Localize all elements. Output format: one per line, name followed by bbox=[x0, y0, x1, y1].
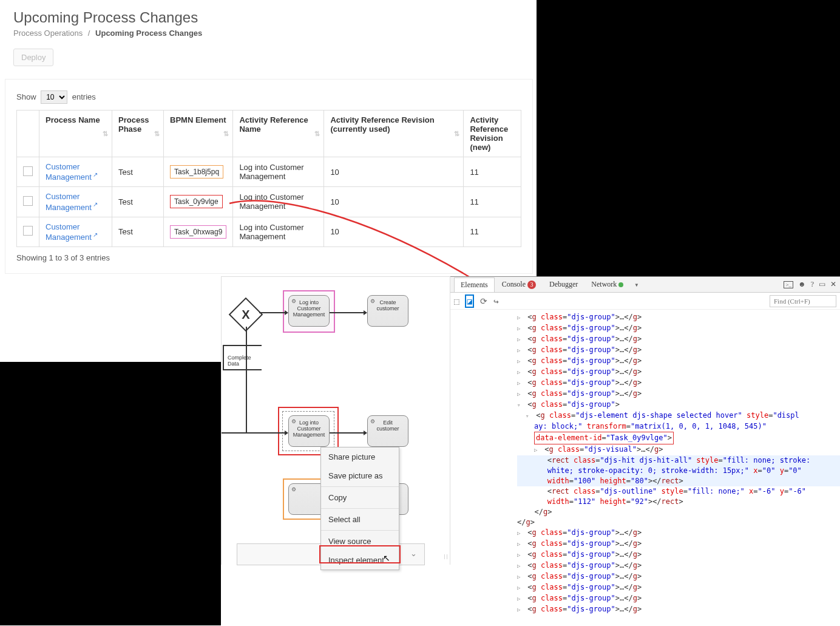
cell-phase: Test bbox=[112, 217, 164, 247]
col-process-name[interactable]: Process Name⇅ bbox=[39, 111, 112, 157]
cell-rev-new: 11 bbox=[464, 157, 521, 187]
table-row: Customer Management↗TestTask_1b8j5pqLog … bbox=[17, 157, 521, 187]
dom-tree[interactable]: ▷ <g class="djs-group">…</g>▷ <g class="… bbox=[450, 310, 840, 617]
bpmn-flow bbox=[246, 327, 247, 432]
col-rev-new[interactable]: Activity Reference Revision (new) bbox=[464, 111, 521, 157]
gear-icon: ⚙ bbox=[291, 418, 296, 424]
breadcrumb-sep: / bbox=[88, 29, 90, 38]
ctx-selectall[interactable]: Select all bbox=[321, 510, 399, 529]
table-row: Customer Management↗TestTask_0hxwag9Log … bbox=[17, 217, 521, 247]
devtools-panel: Elements Console3 Debugger Network ▾ >_ … bbox=[450, 276, 840, 626]
context-menu: Share picture Save picture as Copy Selec… bbox=[320, 447, 399, 570]
bpmn-annotation: Complete Data bbox=[223, 345, 262, 370]
cell-rev-current: 10 bbox=[324, 187, 464, 217]
breadcrumb: Process Operations / Upcoming Process Ch… bbox=[13, 29, 521, 38]
external-link-icon: ↗ bbox=[93, 171, 98, 178]
row-checkbox[interactable] bbox=[23, 226, 33, 236]
datatable-length: Show 10 entries bbox=[16, 90, 521, 104]
page-size-select[interactable]: 10 bbox=[41, 90, 67, 104]
resize-handle[interactable] bbox=[444, 553, 447, 560]
highlight-icon[interactable]: ◪ bbox=[465, 294, 473, 308]
ctx-copy[interactable]: Copy bbox=[321, 488, 399, 507]
datatable-info: Showing 1 to 3 of 3 entries bbox=[16, 253, 521, 262]
external-link-icon: ↗ bbox=[93, 231, 98, 238]
col-activity-name[interactable]: Activity Reference Name⇅ bbox=[233, 111, 324, 157]
chevron-down-icon[interactable]: ⌄ bbox=[410, 549, 417, 558]
external-link-icon: ↗ bbox=[93, 201, 98, 208]
process-link[interactable]: Customer Management↗ bbox=[46, 222, 98, 242]
bpmn-element-tag[interactable]: Task_1b8j5pq bbox=[170, 165, 223, 179]
bpmn-element-tag[interactable]: Task_0hxwag9 bbox=[170, 225, 226, 239]
cell-rev-current: 10 bbox=[324, 217, 464, 247]
entries-label: entries bbox=[72, 92, 96, 101]
cell-activity: Log into Customer Management bbox=[233, 217, 324, 247]
page-header: Upcoming Process Changes Process Operati… bbox=[0, 0, 534, 75]
cell-activity: Log into Customer Management bbox=[233, 187, 324, 217]
bpmn-flow bbox=[330, 312, 366, 313]
dock-icon[interactable]: ▭ bbox=[819, 280, 825, 289]
cell-rev-new: 11 bbox=[464, 187, 521, 217]
cell-phase: Test bbox=[112, 157, 164, 187]
gear-icon: ⚙ bbox=[370, 298, 375, 304]
feedback-icon[interactable]: ☻ bbox=[798, 280, 806, 289]
devtools-find-input[interactable] bbox=[770, 295, 836, 307]
bpmn-task-create[interactable]: ⚙Create customer bbox=[367, 295, 408, 327]
datatable-panel: Show 10 entries Process Name⇅ Process Ph… bbox=[5, 79, 533, 274]
error-badge: 3 bbox=[527, 281, 536, 289]
devtools-toolbar: ⬚ ◪ ⟳ ↪ bbox=[450, 293, 840, 310]
row-checkbox[interactable] bbox=[23, 166, 33, 176]
bpmn-task-login-1[interactable]: ⚙Log into Customer Management bbox=[288, 295, 330, 327]
deploy-button[interactable]: Deploy bbox=[13, 49, 53, 66]
gear-icon: ⚙ bbox=[370, 418, 375, 424]
tab-debugger[interactable]: Debugger bbox=[543, 277, 584, 291]
devtools-rightbar: >_ ☻ ? ▭ ✕ bbox=[784, 280, 836, 289]
breadcrumb-root[interactable]: Process Operations bbox=[13, 29, 83, 38]
cell-rev-new: 11 bbox=[464, 217, 521, 247]
process-link[interactable]: Customer Management↗ bbox=[46, 192, 98, 211]
col-process-phase[interactable]: Process Phase⇅ bbox=[112, 111, 164, 157]
cell-activity: Log into Customer Management bbox=[233, 157, 324, 187]
close-devtools-icon[interactable]: ✕ bbox=[830, 280, 836, 289]
cursor-icon: ↖ bbox=[383, 553, 390, 563]
table-row: Customer Management↗TestTask_0y9vlgeLog … bbox=[17, 187, 521, 217]
bpmn-flow bbox=[259, 312, 287, 313]
ctx-saveas[interactable]: Save picture as bbox=[321, 466, 399, 485]
gear-icon: ⚙ bbox=[291, 298, 296, 304]
tab-console[interactable]: Console3 bbox=[496, 277, 542, 291]
row-checkbox[interactable] bbox=[23, 196, 33, 206]
network-record-icon bbox=[618, 282, 623, 287]
mask-bottom-left bbox=[0, 362, 221, 625]
page-title: Upcoming Process Changes bbox=[13, 9, 521, 26]
bpmn-flow bbox=[330, 432, 366, 434]
tab-network[interactable]: Network bbox=[585, 277, 629, 291]
breadcrumb-current: Upcoming Process Changes bbox=[95, 29, 202, 38]
cell-phase: Test bbox=[112, 187, 164, 217]
changes-table: Process Name⇅ Process Phase⇅ BPMN Elemen… bbox=[16, 110, 521, 247]
step-icon[interactable]: ↪ bbox=[493, 296, 498, 306]
bpmn-element-tag[interactable]: Task_0y9vlge bbox=[170, 195, 223, 208]
col-rev-current[interactable]: Activity Reference Revision (currently u… bbox=[324, 111, 464, 157]
ctx-viewsource[interactable]: View source bbox=[321, 532, 399, 551]
overflow-icon[interactable]: ▾ bbox=[634, 281, 638, 289]
tab-elements[interactable]: Elements bbox=[454, 277, 495, 292]
show-label: Show bbox=[16, 92, 36, 101]
ctx-share[interactable]: Share picture bbox=[321, 447, 399, 466]
select-element-icon[interactable]: ⬚ bbox=[454, 296, 459, 306]
process-link[interactable]: Customer Management↗ bbox=[46, 162, 98, 182]
bpmn-flow bbox=[222, 432, 287, 434]
col-checkbox bbox=[17, 111, 39, 157]
bpmn-task-login-2[interactable]: ⚙Log into Customer Management bbox=[288, 415, 330, 447]
console-toggle-icon[interactable]: >_ bbox=[784, 281, 793, 288]
help-icon[interactable]: ? bbox=[811, 280, 814, 289]
refresh-icon[interactable]: ⟳ bbox=[480, 296, 487, 306]
cell-rev-current: 10 bbox=[324, 157, 464, 187]
devtools-tabs: Elements Console3 Debugger Network ▾ >_ … bbox=[450, 277, 840, 293]
bpmn-task-edit[interactable]: ⚙Edit customer bbox=[367, 415, 408, 447]
mask-top-right bbox=[537, 0, 840, 276]
gear-icon: ⚙ bbox=[291, 486, 296, 492]
col-bpmn-element[interactable]: BPMN Element⇅ bbox=[164, 111, 233, 157]
